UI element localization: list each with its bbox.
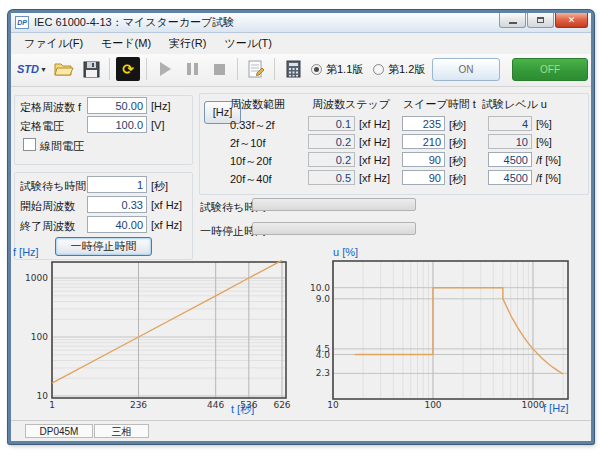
pause-test-button[interactable] (180, 57, 204, 81)
svg-text:2.3: 2.3 (316, 368, 330, 378)
minimize-icon (509, 22, 517, 24)
level-input[interactable]: 4500 (488, 170, 532, 185)
stop-test-button[interactable] (207, 57, 231, 81)
radio-unselected-icon (373, 64, 384, 75)
wait-time-input[interactable]: 1 (87, 176, 147, 193)
wait-progress-bar (252, 198, 416, 211)
rated-frequency-input[interactable]: 50.00 (87, 97, 147, 114)
header-sweep-time: スイープ時間 t (403, 97, 476, 112)
svg-text:10: 10 (327, 400, 339, 410)
calculator-icon (286, 60, 301, 78)
step-input: 0.5 (308, 170, 355, 185)
floppy-save-icon (83, 61, 100, 78)
status-phase: 三相 (94, 424, 149, 438)
row-range: 2f～10f (230, 136, 265, 151)
version-radio-1-2[interactable]: 第1.2版 (373, 62, 425, 77)
header-test-level: 試験レベル u (482, 97, 547, 112)
menu-run[interactable]: 実行(R) (160, 33, 215, 54)
rated-frequency-label: 定格周波数 f (20, 100, 81, 115)
stop-icon (214, 64, 225, 75)
step-unit: [xf Hz] (359, 172, 390, 184)
menu-file[interactable]: ファイル(F) (15, 33, 92, 54)
document-edit-icon (247, 60, 265, 78)
level-unit: [%] (536, 136, 552, 148)
end-frequency-label: 終了周波数 (20, 219, 75, 234)
level-input: 10 (488, 134, 532, 149)
run-test-button[interactable] (153, 57, 177, 81)
step-unit: [xf Hz] (359, 136, 390, 148)
toolbar: STD▼ ⟳ (11, 54, 591, 87)
chevron-down-icon: ▼ (40, 66, 47, 73)
svg-text:10: 10 (37, 391, 49, 401)
header-frequency-step: 周波数ステップ (312, 97, 390, 112)
toolbar-separator (109, 58, 110, 80)
status-bar: DP045M 三相 (11, 420, 591, 440)
open-file-button[interactable] (52, 57, 76, 81)
sweep-time-input[interactable]: 235 (402, 116, 445, 131)
version-radio-1-1[interactable]: 第1.1版 (311, 62, 363, 77)
freq-chart-x-axis-label: t [秒] (231, 402, 254, 417)
folder-open-icon (54, 61, 74, 77)
rated-frequency-unit: [Hz] (151, 100, 171, 112)
calculator-button[interactable] (281, 57, 305, 81)
output-off-button[interactable]: OFF (512, 58, 588, 81)
rated-voltage-input[interactable]: 100.0 (87, 116, 147, 133)
level-unit: [%] (536, 118, 552, 130)
title-bar[interactable]: DP IEC 61000-4-13：マイスターカーブ試験 ✕ (11, 13, 591, 33)
start-frequency-input[interactable]: 0.33 (87, 196, 147, 213)
close-button[interactable]: ✕ (555, 13, 588, 28)
app-window: DP IEC 61000-4-13：マイスターカーブ試験 ✕ ファイル(F) モ… (8, 10, 594, 444)
step-unit: [xf Hz] (359, 154, 390, 166)
menu-tools[interactable]: ツール(T) (215, 33, 281, 54)
minimize-button[interactable] (499, 13, 526, 28)
time-unit: [秒] (449, 154, 466, 169)
header-frequency-range: 周波数範囲 (230, 97, 285, 112)
row-range: 10f～20f (230, 154, 272, 169)
screen: DP IEC 61000-4-13：マイスターカーブ試験 ✕ ファイル(F) モ… (0, 0, 600, 459)
line-voltage-label: 線間電圧 (40, 139, 84, 154)
end-frequency-input[interactable]: 40.00 (87, 216, 147, 233)
rated-voltage-unit: [V] (151, 119, 164, 131)
time-unit: [秒] (449, 172, 466, 187)
svg-text:446: 446 (207, 400, 224, 410)
std-mode-dropdown[interactable]: STD▼ (15, 57, 49, 81)
end-frequency-unit: [xf Hz] (151, 219, 182, 231)
step-unit: [xf Hz] (359, 118, 390, 130)
row-range: 0.33f～2f (230, 118, 275, 133)
pause-icon (187, 63, 198, 75)
save-button[interactable] (79, 57, 103, 81)
time-unit: [秒] (449, 118, 466, 133)
sweep-time-input[interactable]: 210 (402, 134, 445, 149)
level-input[interactable]: 4500 (488, 152, 532, 167)
window-title: IEC 61000-4-13：マイスターカーブ試験 (34, 15, 234, 30)
wait-time-label: 試験待ち時間 (20, 179, 86, 194)
report-button[interactable] (244, 57, 268, 81)
start-frequency-unit: [xf Hz] (151, 199, 182, 211)
step-input: 0.2 (308, 152, 355, 167)
toolbar-separator (146, 58, 147, 80)
status-device: DP045M (25, 424, 93, 438)
menu-mode[interactable]: モード(M) (92, 33, 160, 54)
output-on-button[interactable]: ON (432, 58, 500, 81)
svg-text:1000: 1000 (522, 400, 545, 410)
pause-progress-bar (252, 222, 416, 235)
play-icon (160, 62, 171, 76)
svg-text:100: 100 (31, 332, 48, 342)
sync-settings-button[interactable]: ⟳ (116, 57, 140, 81)
wait-time-unit: [秒] (151, 179, 168, 194)
row-range: 20f～40f (230, 172, 272, 187)
svg-text:236: 236 (130, 400, 147, 410)
start-frequency-label: 開始周波数 (20, 199, 75, 214)
maximize-button[interactable] (527, 13, 554, 28)
line-voltage-checkbox[interactable] (23, 138, 36, 151)
rated-voltage-label: 定格電圧 (20, 119, 64, 134)
sweep-time-input[interactable]: 90 (402, 152, 445, 167)
level-unit: /f [%] (536, 154, 561, 166)
toolbar-separator (274, 58, 275, 80)
svg-text:10.0: 10.0 (311, 283, 330, 293)
svg-text:9.0: 9.0 (316, 294, 331, 304)
menu-bar: ファイル(F) モード(M) 実行(R) ツール(T) (11, 33, 591, 54)
svg-text:4.5: 4.5 (316, 344, 330, 354)
sweep-time-input[interactable]: 90 (402, 170, 445, 185)
maximize-icon (537, 17, 544, 23)
